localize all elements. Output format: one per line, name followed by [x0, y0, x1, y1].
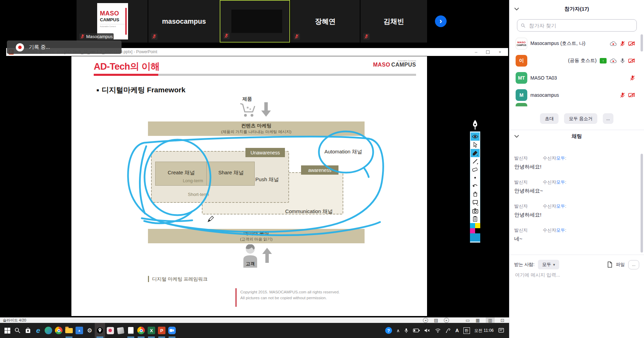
- language-indicator[interactable]: A: [455, 328, 459, 333]
- camera-off-icon[interactable]: [628, 93, 635, 97]
- document-app-button[interactable]: [126, 323, 136, 338]
- mic-on-icon[interactable]: [620, 58, 625, 64]
- help-tray-icon[interactable]: ?: [385, 327, 392, 334]
- message-recipient[interactable]: 모두: [556, 155, 565, 161]
- chat-input-area[interactable]: [514, 272, 634, 278]
- participant-row[interactable]: MT MASO TA03: [509, 69, 644, 86]
- mic-muted-icon: [364, 34, 369, 39]
- video-tile-masocampus-logo[interactable]: MASO CAMPUS Actionable Content Masocampu…: [76, 0, 148, 43]
- previous-slide-button[interactable]: ◂: [423, 318, 428, 323]
- participants-more-button[interactable]: ...: [603, 113, 613, 124]
- color-black[interactable]: [475, 228, 480, 233]
- chat-message-input[interactable]: [514, 272, 634, 278]
- chat-message: 발신지수신자모두: 네~: [514, 227, 636, 242]
- video-tile-masocampus[interactable]: masocampus: [148, 0, 220, 43]
- utility-app-button[interactable]: [115, 323, 126, 338]
- next-slide-button[interactable]: ▸: [444, 318, 449, 323]
- video-tile-active-speaker[interactable]: [220, 0, 290, 43]
- slideshow-view-button[interactable]: ⊡: [501, 318, 504, 323]
- chat-panel-title: 채팅: [509, 133, 644, 140]
- color-palette[interactable]: [470, 223, 480, 233]
- participant-row[interactable]: MASO CAMPUS Masocampus (호스트, 나): [509, 35, 644, 52]
- message-recipient[interactable]: 모두: [556, 203, 565, 209]
- participant-row[interactable]: M masocampus: [509, 86, 644, 104]
- participant-search[interactable]: [517, 19, 637, 32]
- next-videos-button[interactable]: ›: [435, 15, 447, 27]
- participant-name-label: Masocampus: [86, 34, 113, 39]
- unawareness-label: Unawareness: [245, 148, 285, 157]
- color-yellow[interactable]: [475, 223, 480, 228]
- clipboard-tool[interactable]: [471, 215, 480, 223]
- screenshot-tool[interactable]: [471, 207, 480, 215]
- recorder-app-button[interactable]: [105, 323, 115, 338]
- mic-muted-icon[interactable]: [620, 92, 625, 98]
- color-cyan[interactable]: [470, 223, 475, 228]
- reading-view-button[interactable]: ▥: [486, 317, 495, 323]
- search-button[interactable]: [12, 323, 23, 338]
- current-color-swatch[interactable]: [470, 233, 480, 242]
- mic-muted-icon[interactable]: [620, 41, 625, 47]
- pen-tray-icon[interactable]: [445, 328, 451, 333]
- whiteboard-tool[interactable]: [471, 198, 480, 207]
- close-button[interactable]: ×: [498, 49, 501, 55]
- battery-tray-icon[interactable]: [413, 328, 420, 333]
- minimize-button[interactable]: –: [475, 49, 477, 55]
- excel-button[interactable]: X: [146, 323, 157, 338]
- message-recipient[interactable]: 모두: [556, 179, 565, 185]
- clear-all-tool[interactable]: [471, 190, 480, 198]
- participant-row[interactable]: 이 (공동 호스트) ↑: [509, 52, 644, 69]
- gear-icon: ⚙: [87, 327, 92, 334]
- wifi-tray-icon[interactable]: [435, 328, 441, 333]
- powerpoint-button[interactable]: P: [157, 323, 167, 338]
- message-recipient[interactable]: 모두: [556, 228, 565, 233]
- notes-button[interactable]: ▤: [434, 318, 438, 323]
- undo-tool[interactable]: [471, 182, 480, 190]
- internet-explorer-button[interactable]: e: [33, 323, 43, 338]
- mic-muted-icon[interactable]: [630, 75, 635, 81]
- invite-button[interactable]: 초대: [540, 113, 559, 124]
- normal-view-button[interactable]: ▭: [465, 318, 470, 323]
- chrome-button[interactable]: [54, 323, 64, 338]
- participants-actions: 초대 모두 음소거 ...: [509, 113, 644, 124]
- up-arrow-icon: [262, 246, 272, 265]
- recipient-dropdown[interactable]: 모두 ▾: [538, 260, 559, 269]
- settings-button[interactable]: ⚙: [84, 323, 95, 338]
- camera-off-icon[interactable]: [628, 58, 635, 63]
- start-button[interactable]: [2, 323, 12, 338]
- restore-button[interactable]: [486, 50, 490, 54]
- file-icon[interactable]: [607, 261, 612, 268]
- microphone-tray-icon[interactable]: [404, 328, 409, 334]
- clock[interactable]: 오전 11:06: [474, 328, 494, 334]
- volume-muted-tray-icon[interactable]: [424, 328, 430, 333]
- notification-center-icon[interactable]: [498, 328, 504, 333]
- store-button[interactable]: [23, 323, 33, 338]
- slide-sorter-view-button[interactable]: ▦: [476, 318, 480, 323]
- file-explorer-button[interactable]: [64, 323, 74, 338]
- mute-all-button[interactable]: 모두 음소거: [564, 113, 597, 124]
- eraser-tool[interactable]: [471, 165, 480, 174]
- photos-app-button[interactable]: ▲: [74, 323, 84, 338]
- chat-more-button[interactable]: ...: [628, 260, 639, 269]
- pen-tool[interactable]: [471, 149, 480, 157]
- chrome-window-button[interactable]: [136, 323, 146, 338]
- line-tool[interactable]: [471, 157, 480, 165]
- avatar: 이: [516, 55, 527, 67]
- edge-button[interactable]: [43, 323, 54, 338]
- participant-search-input[interactable]: [528, 22, 633, 29]
- tray-expand-icon[interactable]: ∧: [396, 328, 400, 333]
- ime-indicator[interactable]: 한: [463, 327, 470, 334]
- message-sender: 발신지: [514, 228, 528, 233]
- video-tile-kimchaebin[interactable]: 김채빈: [360, 0, 427, 43]
- file-button-label[interactable]: 파일: [616, 261, 625, 268]
- show-annotations-tool[interactable]: [471, 132, 480, 141]
- chat-scrollbar[interactable]: [641, 154, 643, 253]
- zoom-app-button[interactable]: [167, 323, 177, 338]
- video-tile-janghyeyeon[interactable]: 장혜연: [290, 0, 360, 43]
- color-magenta[interactable]: [470, 228, 475, 233]
- recipient-value: 모두: [542, 261, 551, 268]
- camera-off-icon[interactable]: [628, 41, 635, 46]
- cursor-tool[interactable]: [471, 141, 480, 149]
- pin-app-button[interactable]: [95, 323, 105, 338]
- participants-scrollbar[interactable]: [641, 34, 643, 51]
- slide-canvas[interactable]: AD-Tech의 이해 Actionable Contents MASOCAMP…: [71, 56, 427, 316]
